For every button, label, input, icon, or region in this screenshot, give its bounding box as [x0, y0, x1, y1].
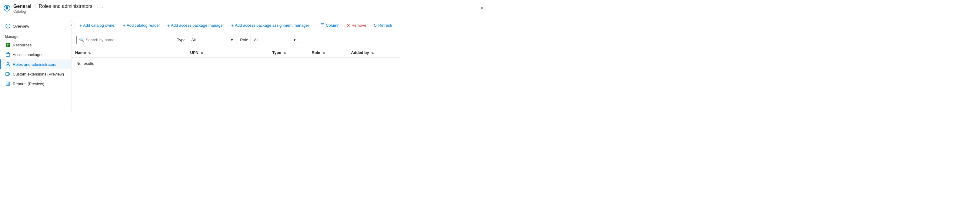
- column-header-upn[interactable]: UPN ⇅: [186, 48, 269, 57]
- extensions-icon: [5, 72, 10, 77]
- roles-label: Roles and administrators: [13, 62, 56, 67]
- refresh-label: Refresh: [378, 23, 392, 27]
- sidebar-item-access-packages[interactable]: Access packages: [0, 50, 71, 59]
- svg-rect-9: [8, 45, 10, 47]
- remove-label: Remove: [352, 23, 366, 27]
- reports-icon: [5, 81, 10, 86]
- svg-point-1: [6, 7, 8, 10]
- access-packages-icon: [5, 52, 10, 57]
- more-options-icon[interactable]: ...: [97, 3, 103, 10]
- role-chevron-down-icon: ▾: [294, 38, 296, 42]
- refresh-button[interactable]: ↻ Refresh: [370, 22, 395, 29]
- breadcrumb: Catalog: [13, 10, 103, 14]
- sort-added-by-icon: ⇅: [371, 51, 374, 54]
- plus-icon: +: [231, 23, 234, 28]
- sidebar-item-roles-administrators[interactable]: Roles and administrators: [0, 59, 71, 69]
- toolbar: + Add catalog owner + Add catalog reader…: [72, 19, 400, 32]
- svg-rect-8: [6, 45, 8, 47]
- resources-label: Resources: [13, 43, 32, 47]
- close-icon[interactable]: ✕: [479, 4, 485, 13]
- refresh-icon: ↻: [373, 23, 377, 28]
- overview-icon: [5, 24, 10, 29]
- chevron-left-icon: «: [70, 23, 72, 27]
- sidebar: « Overview Manage: [0, 19, 72, 111]
- svg-point-11: [7, 62, 9, 64]
- svg-rect-7: [8, 43, 10, 45]
- roles-icon: [5, 62, 10, 67]
- main-content: + Add catalog owner + Add catalog reader…: [72, 19, 400, 111]
- search-input[interactable]: [86, 38, 170, 42]
- sidebar-item-reports[interactable]: Reports (Preview): [0, 79, 71, 89]
- role-filter-group: Role All ▾: [240, 36, 299, 44]
- plus-icon: +: [167, 23, 170, 28]
- type-filter-label: Type: [177, 38, 185, 42]
- table-header: Name ⇅ UPN ⇅ Type ⇅: [72, 48, 400, 57]
- sort-type-icon: ⇅: [283, 51, 286, 54]
- sort-name-icon: ⇅: [88, 51, 91, 54]
- type-filter-select[interactable]: All ▾: [188, 36, 236, 44]
- sort-upn-icon: ⇅: [200, 51, 203, 54]
- svg-point-2: [6, 5, 8, 7]
- type-filter-group: Type All ▾: [177, 36, 236, 44]
- sidebar-item-label: Overview: [13, 24, 29, 29]
- plus-icon: +: [80, 23, 82, 28]
- svg-rect-12: [6, 72, 9, 75]
- add-catalog-owner-button[interactable]: + Add catalog owner: [76, 22, 119, 29]
- header: General | Roles and administrators ... C…: [0, 0, 490, 16]
- add-catalog-owner-label: Add catalog owner: [83, 23, 116, 27]
- type-filter-value: All: [191, 38, 196, 42]
- plus-icon: +: [123, 23, 126, 28]
- remove-button[interactable]: ✕ Remove: [344, 22, 369, 29]
- search-box[interactable]: 🔍: [76, 36, 173, 44]
- columns-icon: [320, 23, 325, 28]
- table-container: Name ⇅ UPN ⇅ Type ⇅: [72, 48, 400, 111]
- header-separator: |: [35, 4, 36, 9]
- sidebar-item-custom-extensions[interactable]: Custom extensions (Preview): [0, 69, 71, 79]
- svg-point-5: [8, 25, 8, 26]
- sidebar-item-resources[interactable]: Resources: [0, 40, 71, 50]
- sidebar-item-overview[interactable]: Overview: [0, 21, 71, 31]
- catalog-icon: [4, 5, 11, 12]
- access-packages-label: Access packages: [13, 53, 43, 57]
- header-title-group: General | Roles and administrators ... C…: [13, 3, 103, 14]
- add-access-package-assignment-manager-label: Add access package assignment manager: [235, 23, 309, 27]
- add-catalog-reader-label: Add catalog reader: [127, 23, 160, 27]
- page-title: Roles and administrators: [39, 4, 92, 9]
- add-catalog-reader-button[interactable]: + Add catalog reader: [120, 22, 163, 29]
- layout: « Overview Manage: [0, 19, 400, 111]
- search-icon: 🔍: [79, 38, 84, 42]
- svg-rect-10: [6, 53, 10, 56]
- column-header-added-by[interactable]: Added by ⇅: [347, 48, 400, 57]
- column-header-name[interactable]: Name ⇅: [72, 48, 186, 57]
- add-access-package-manager-label: Add access package manager: [171, 23, 224, 27]
- remove-icon: ✕: [347, 23, 350, 28]
- reports-label: Reports (Preview): [13, 81, 44, 86]
- role-filter-select[interactable]: All ▾: [251, 36, 299, 44]
- column-label: Column: [326, 23, 339, 27]
- catalog-name: General: [13, 4, 32, 9]
- filter-row: 🔍 Type All ▾ Role All ▾: [72, 32, 400, 48]
- table-body: No results: [72, 57, 400, 70]
- role-filter-value: All: [254, 38, 258, 42]
- collapse-sidebar-button[interactable]: «: [68, 21, 75, 29]
- add-access-package-manager-button[interactable]: + Add access package manager: [164, 22, 227, 29]
- app-container: General | Roles and administrators ... C…: [0, 0, 490, 111]
- results-table: Name ⇅ UPN ⇅ Type ⇅: [72, 48, 400, 69]
- header-title: General | Roles and administrators ...: [13, 3, 103, 10]
- add-access-package-assignment-manager-button[interactable]: + Add access package assignment manager: [228, 22, 312, 29]
- toolbar-divider: [315, 22, 315, 29]
- sort-role-icon: ⇅: [323, 51, 325, 54]
- role-filter-label: Role: [240, 38, 248, 42]
- column-button[interactable]: Column: [317, 21, 342, 29]
- resources-icon: [5, 43, 10, 47]
- custom-extensions-label: Custom extensions (Preview): [13, 72, 64, 77]
- type-chevron-down-icon: ▾: [231, 38, 233, 42]
- column-header-role[interactable]: Role ⇅: [308, 48, 347, 57]
- manage-section-label: Manage: [0, 31, 71, 40]
- no-results-row: No results: [72, 57, 400, 70]
- column-header-type[interactable]: Type ⇅: [269, 48, 308, 57]
- no-results-message: No results: [72, 57, 400, 70]
- svg-rect-6: [6, 43, 8, 45]
